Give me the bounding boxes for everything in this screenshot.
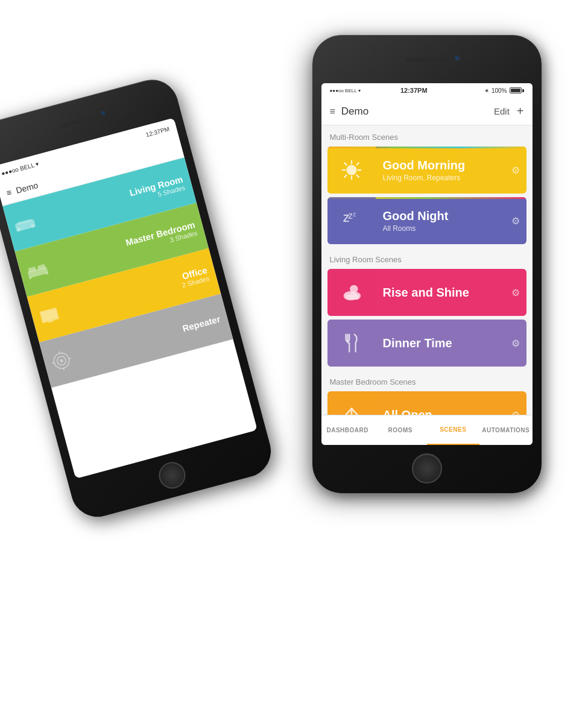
scene-good-night-subtitle: All Rooms xyxy=(383,224,498,233)
back-menu-icon[interactable]: ≡ xyxy=(5,187,12,198)
scene-good-morning-subtitle: Living Room, Repeaters xyxy=(383,174,498,182)
front-phone-screen: ●●●oo BELL ▾ 12:37PM ✶ 100% xyxy=(321,83,533,445)
scene-good-morning-gear[interactable]: ⚙ xyxy=(505,147,526,194)
tab-dashboard-label: DASHBOARD xyxy=(327,427,369,433)
front-phone-shell: ●●●oo BELL ▾ 12:37PM ✶ 100% xyxy=(312,35,542,493)
status-left: ●●●oo BELL ▾ xyxy=(330,88,344,93)
back-room-repeater-text: Repeater xyxy=(181,314,221,333)
scene-good-morning-info: Good Morning Living Room, Repeaters xyxy=(376,147,505,194)
scene-dinner-time-info: Dinner Time xyxy=(376,320,505,367)
tab-automations-label: AUTOMATIONS xyxy=(482,427,530,433)
svg-rect-30 xyxy=(346,295,358,300)
battery-percent: 100% xyxy=(492,87,507,94)
scene-good-morning-name: Good Morning xyxy=(383,159,498,172)
back-room-living-text: Living Room 5 Shades xyxy=(128,174,185,205)
scene-dinner-time[interactable]: Dinner Time ⚙ xyxy=(327,320,526,367)
main-container: ●●●oo BELL ▾ 12:37PM ≡ Demo xyxy=(23,23,566,686)
back-room-office-icon xyxy=(31,292,68,338)
back-speaker xyxy=(59,115,95,128)
header-right: Edit + xyxy=(494,104,524,118)
fork-knife-icon xyxy=(340,332,363,354)
scene-all-open-icon-area xyxy=(327,391,376,415)
header-left: ≡ Demo xyxy=(330,106,369,118)
back-room-office-text: Office 2 Shades xyxy=(178,265,209,289)
scene-dinner-time-gear[interactable]: ⚙ xyxy=(505,320,526,367)
scene-all-open-gear[interactable]: ⚙ xyxy=(505,391,526,415)
svg-point-14 xyxy=(59,359,63,363)
tab-rooms[interactable]: ROOMS xyxy=(374,415,427,445)
svg-point-15 xyxy=(346,165,356,175)
scene-good-night-icon-area: Z Z Z xyxy=(327,197,376,244)
cloud-sun-icon xyxy=(340,281,363,304)
front-speaker xyxy=(406,58,448,62)
svg-rect-10 xyxy=(40,309,58,322)
battery-fill xyxy=(511,89,520,92)
sun-icon xyxy=(340,159,363,181)
back-room-repeater-name: Repeater xyxy=(181,314,221,333)
battery-icon xyxy=(510,87,524,93)
tab-rooms-label: ROOMS xyxy=(388,427,413,433)
scene-good-morning-icon-area xyxy=(327,147,376,194)
scene-dinner-time-name: Dinner Time xyxy=(383,336,498,350)
scene-good-night[interactable]: Z Z Z Good Night All Rooms ⚙ xyxy=(327,197,526,244)
battery-body xyxy=(510,87,522,93)
back-phone-screen: ●●●oo BELL ▾ 12:37PM ≡ Demo xyxy=(0,118,257,478)
scene-dinner-time-icon-area xyxy=(327,320,376,367)
back-camera xyxy=(100,110,106,116)
svg-text:Z: Z xyxy=(352,212,355,218)
back-time: 12:37PM xyxy=(145,125,170,138)
back-phone: ●●●oo BELL ▾ 12:37PM ≡ Demo xyxy=(0,74,276,523)
scenes-content: Multi-Room Scenes xyxy=(321,125,533,415)
scene-all-open-name: All Open xyxy=(383,408,498,415)
back-app-title: Demo xyxy=(14,180,39,195)
arrow-up-icon xyxy=(340,403,363,415)
section-multi-room: Multi-Room Scenes xyxy=(321,125,533,147)
status-right: ✶ 100% xyxy=(484,87,524,94)
front-home-button[interactable] xyxy=(412,453,442,484)
tab-scenes-label: SCENES xyxy=(440,426,466,433)
menu-icon[interactable]: ≡ xyxy=(330,106,335,117)
svg-line-22 xyxy=(356,163,358,165)
section-living-room: Living Room Scenes xyxy=(321,248,533,269)
app-title: Demo xyxy=(341,106,368,118)
scene-good-morning[interactable]: Good Morning Living Room, Repeaters ⚙ xyxy=(327,147,526,194)
zzz-icon: Z Z Z xyxy=(340,209,363,232)
scene-good-night-name: Good Night xyxy=(383,209,498,223)
scene-rise-shine-info: Rise and Shine xyxy=(376,269,505,316)
add-button[interactable]: + xyxy=(517,104,524,118)
svg-line-23 xyxy=(344,175,346,177)
svg-line-21 xyxy=(356,175,358,177)
scene-rise-shine[interactable]: Rise and Shine ⚙ xyxy=(327,269,526,316)
back-room-bedroom-text: Master Bedroom 3 Shades xyxy=(124,219,198,254)
signal-dots: ●●●oo BELL ▾ xyxy=(330,88,361,93)
tab-scenes[interactable]: SCENES xyxy=(427,415,480,445)
back-room-bedroom-icon xyxy=(19,247,55,292)
scene-all-open-info: All Open xyxy=(376,391,505,415)
bluetooth-icon: ✶ xyxy=(484,87,489,94)
scene-good-night-gear[interactable]: ⚙ xyxy=(505,197,526,244)
back-phone-shell: ●●●oo BELL ▾ 12:37PM ≡ Demo xyxy=(0,74,276,523)
scene-good-night-info: Good Night All Rooms xyxy=(376,197,505,244)
scene-rise-shine-name: Rise and Shine xyxy=(383,286,498,300)
tab-dashboard[interactable]: DASHBOARD xyxy=(321,415,375,445)
front-app-header: ≡ Demo Edit + xyxy=(321,98,533,125)
scene-rise-shine-icon-area xyxy=(327,269,376,316)
section-master-bedroom: Master Bedroom Scenes xyxy=(321,370,533,391)
scene-all-open[interactable]: All Open ⚙ xyxy=(327,391,526,415)
front-status-bar: ●●●oo BELL ▾ 12:37PM ✶ 100% xyxy=(321,83,533,98)
tab-bar: DASHBOARD ROOMS SCENES AUTOMATIONS xyxy=(321,415,533,445)
edit-button[interactable]: Edit xyxy=(494,106,510,116)
back-home-button[interactable] xyxy=(156,459,188,491)
svg-line-20 xyxy=(344,163,346,165)
battery-tip xyxy=(522,89,524,92)
back-room-living-icon xyxy=(7,202,43,247)
scene-rise-shine-gear[interactable]: ⚙ xyxy=(505,269,526,316)
front-phone: ●●●oo BELL ▾ 12:37PM ✶ 100% xyxy=(312,35,542,493)
tab-automations[interactable]: AUTOMATIONS xyxy=(479,415,533,445)
back-room-repeater-icon xyxy=(43,338,80,383)
front-camera xyxy=(454,55,460,61)
status-time: 12:37PM xyxy=(400,87,428,94)
